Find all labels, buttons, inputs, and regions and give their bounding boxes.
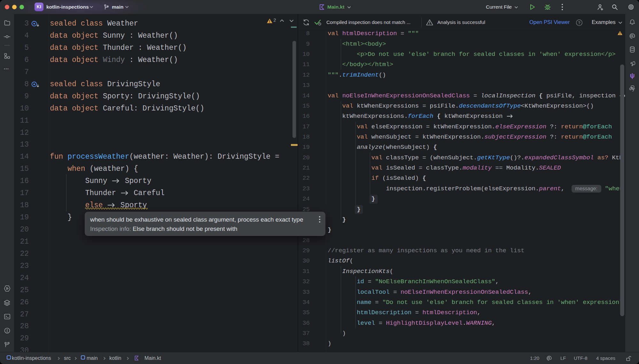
svg-text:?: ? (578, 21, 581, 25)
